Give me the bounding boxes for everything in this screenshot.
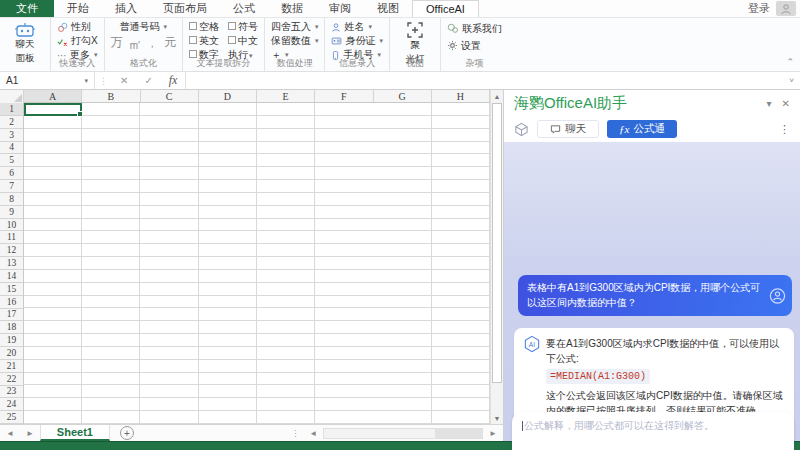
row-header-14[interactable]: 14: [0, 270, 23, 283]
round-dropdown[interactable]: 四舍五入▾: [271, 21, 319, 34]
column-header-D[interactable]: D: [199, 90, 257, 102]
scrollbar-splitter[interactable]: ⋮: [287, 429, 303, 438]
menu-tab-数据[interactable]: 数据: [268, 0, 316, 17]
row-header-12[interactable]: 12: [0, 244, 23, 257]
tab-chat[interactable]: 聊天: [537, 120, 599, 138]
row-header-15[interactable]: 15: [0, 283, 23, 296]
menu-tab-公式[interactable]: 公式: [220, 0, 268, 17]
row-header-1[interactable]: 1: [0, 103, 23, 116]
message-input-box[interactable]: 公式解释，用哪公式都可以在这得到解答。 0: [512, 412, 794, 450]
sheet-tab-bar: ◄ ► Sheet1 + ⋮ ◄ ►: [0, 424, 503, 441]
comma-format-button[interactable]: ，: [147, 37, 157, 51]
vertical-scrollbar[interactable]: ▲ ▼: [490, 90, 503, 424]
row-header-6[interactable]: 6: [0, 167, 23, 180]
menu-tab-OfficeAI[interactable]: OfficeAI: [412, 0, 479, 17]
name-box[interactable]: A1 ▾: [0, 72, 95, 89]
column-header-A[interactable]: A: [24, 90, 82, 102]
scroll-left-icon[interactable]: ◄: [303, 429, 323, 438]
name-dropdown[interactable]: 姓名▾: [331, 21, 383, 34]
space-checkbox[interactable]: 空格: [189, 20, 219, 34]
column-header-B[interactable]: B: [82, 90, 140, 102]
menu-tab-页面布局[interactable]: 页面布局: [150, 0, 220, 17]
column-header-F[interactable]: F: [315, 90, 373, 102]
row-header-13[interactable]: 13: [0, 257, 23, 270]
row-header-16[interactable]: 16: [0, 296, 23, 309]
column-header-H[interactable]: H: [432, 90, 490, 102]
row-header-7[interactable]: 7: [0, 180, 23, 193]
menu-tab-视图[interactable]: 视图: [364, 0, 412, 17]
row-header-21[interactable]: 21: [0, 360, 23, 373]
row-header-22[interactable]: 22: [0, 373, 23, 386]
scroll-down-icon[interactable]: ▼: [491, 412, 503, 424]
tab-formula-active[interactable]: ƒx 公式通: [607, 120, 677, 138]
row-header-8[interactable]: 8: [0, 193, 23, 206]
english-checkbox[interactable]: 英文: [189, 34, 219, 48]
selected-cell-a1[interactable]: [24, 103, 82, 116]
panel-menu-icon[interactable]: ⋮: [779, 123, 790, 136]
account-area: 登录: [748, 0, 800, 17]
row-header-24[interactable]: 24: [0, 398, 23, 411]
chinese-checkbox[interactable]: 中文: [228, 34, 258, 48]
row-header-20[interactable]: 20: [0, 347, 23, 360]
column-header-G[interactable]: G: [374, 90, 432, 102]
add-sheet-button[interactable]: +: [120, 426, 134, 440]
row-header-9[interactable]: 9: [0, 206, 23, 219]
chevron-down-icon: ▾: [368, 23, 372, 31]
row-header-17[interactable]: 17: [0, 309, 23, 322]
check-x-button[interactable]: 打勾X: [57, 35, 98, 48]
symbol-checkbox[interactable]: 符号: [228, 20, 258, 34]
chevron-down-icon: ▾: [315, 23, 319, 31]
next-sheet-icon[interactable]: ►: [20, 429, 40, 438]
menu-tab-开始[interactable]: 开始: [54, 0, 102, 17]
column-header-C[interactable]: C: [141, 90, 199, 102]
keep-value-dropdown[interactable]: 保留数值▾: [271, 35, 319, 48]
yuan-format-button[interactable]: 元: [164, 34, 176, 51]
ai-formula-code[interactable]: =MEDIAN(A1:G300): [546, 369, 650, 384]
row-header-10[interactable]: 10: [0, 219, 23, 232]
user-message-bubble: 表格中有A1到G300区域内为CPI数据，用哪个公式可以这区间内数据的中值？: [518, 275, 792, 316]
login-button[interactable]: 登录: [748, 1, 770, 16]
row-header-11[interactable]: 11: [0, 231, 23, 244]
row-header-3[interactable]: 3: [0, 129, 23, 142]
cell-area[interactable]: [24, 103, 490, 424]
menu-tab-审阅[interactable]: 审阅: [316, 0, 364, 17]
id-card-dropdown[interactable]: 身份证▾: [331, 35, 383, 48]
sheet-tab-sheet1[interactable]: Sheet1: [40, 425, 110, 441]
user-avatar-circle-icon: [769, 287, 786, 304]
row-header-19[interactable]: 19: [0, 334, 23, 347]
select-all-corner[interactable]: [0, 90, 24, 103]
formula-input[interactable]: [185, 72, 783, 89]
unit-format-button[interactable]: m′: [130, 40, 140, 51]
number-format-dropdown[interactable]: 普通号码▾: [120, 21, 168, 34]
panel-tab-bar: 聊天 ƒx 公式通 ⋮: [504, 116, 800, 142]
row-header-25[interactable]: 25: [0, 411, 23, 424]
horizontal-scroll-thumb[interactable]: [435, 429, 482, 438]
menu-tab-文件[interactable]: 文件: [0, 0, 54, 17]
scroll-up-icon[interactable]: ▲: [491, 90, 503, 102]
chat-panel-button[interactable]: 聊天 面板: [6, 20, 44, 65]
cube-icon[interactable]: [514, 122, 529, 137]
row-header-4[interactable]: 4: [0, 142, 23, 155]
row-header-23[interactable]: 23: [0, 386, 23, 399]
expand-formula-bar-icon[interactable]: ˅: [783, 76, 800, 85]
collapse-ribbon-icon[interactable]: ⌃: [786, 57, 794, 67]
wan-format-button[interactable]: 万: [111, 34, 123, 51]
menu-tab-插入[interactable]: 插入: [102, 0, 150, 17]
settings-button[interactable]: 设置: [447, 38, 502, 54]
panel-close-icon[interactable]: ✕: [782, 98, 790, 109]
contact-us-button[interactable]: 联系我们: [447, 21, 502, 37]
horizontal-scroll-track[interactable]: [323, 428, 483, 439]
prev-sheet-icon[interactable]: ◄: [0, 429, 20, 438]
row-header-5[interactable]: 5: [0, 154, 23, 167]
gender-button[interactable]: 性别: [57, 21, 98, 34]
row-header-2[interactable]: 2: [0, 116, 23, 129]
cancel-entry-icon[interactable]: ✕: [112, 75, 136, 86]
panel-minimize-icon[interactable]: ▾: [767, 98, 772, 109]
column-header-E[interactable]: E: [257, 90, 315, 102]
confirm-entry-icon[interactable]: ✓: [136, 75, 160, 86]
insert-function-icon[interactable]: fx: [161, 73, 186, 88]
vertical-scroll-thumb[interactable]: [492, 103, 502, 383]
row-header-18[interactable]: 18: [0, 321, 23, 334]
scroll-right-icon[interactable]: ►: [483, 429, 503, 438]
user-avatar-icon[interactable]: [776, 1, 796, 16]
